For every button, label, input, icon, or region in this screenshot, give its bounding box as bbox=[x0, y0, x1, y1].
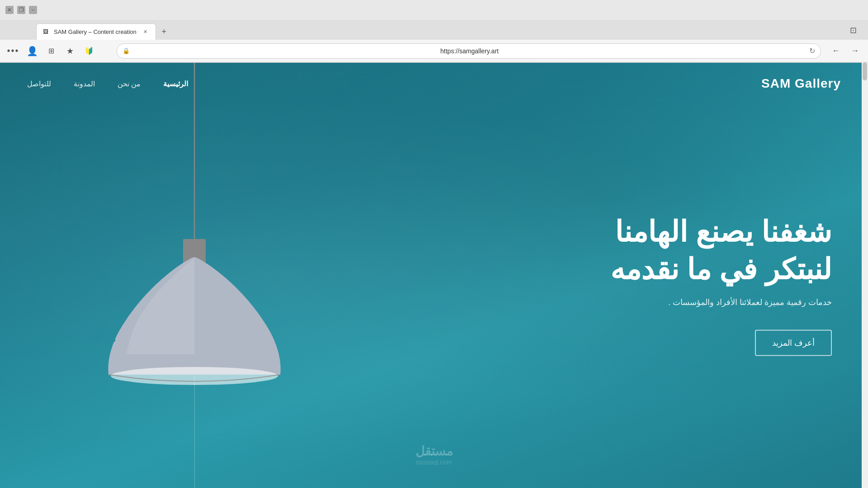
watermark: مستقل mostaql.com bbox=[415, 444, 453, 466]
scrollbar-track[interactable] bbox=[862, 62, 868, 488]
address-bar-container[interactable]: 🔒 ↻ bbox=[117, 43, 821, 59]
nav-item-blog[interactable]: المدونة bbox=[74, 80, 95, 88]
extensions-icon: 🔰 bbox=[85, 47, 94, 55]
window-controls: ✕ ❐ − bbox=[5, 6, 37, 14]
hero-title-line2: لنبتكر في ما نقدمه bbox=[610, 253, 832, 286]
nav-links: الرئيسية من نحن المدونة للتواصل bbox=[27, 80, 188, 88]
hero-title-line1: شغفنا يصنع الهامنا bbox=[615, 216, 832, 248]
tabs-bar: 🖼 SAM Gallery – Content creation ✕ + ⊡ bbox=[0, 20, 868, 40]
watermark-arabic-text: مستقل bbox=[415, 444, 453, 458]
tab-close-button[interactable]: ✕ bbox=[142, 28, 149, 36]
hero-title: شغفنا يصنع الهامنا لنبتكر في ما نقدمه bbox=[610, 213, 832, 288]
nav-link-home[interactable]: الرئيسية bbox=[163, 80, 188, 88]
forward-button[interactable]: → bbox=[847, 43, 863, 59]
nav-item-about[interactable]: من نحن bbox=[118, 80, 141, 88]
toolbar: ••• 👤 ⊞ ★ 🔰 🔒 ↻ ← → bbox=[0, 40, 868, 62]
tab-title: SAM Gallery – Content creation bbox=[54, 28, 137, 35]
favorites-button[interactable]: ★ bbox=[62, 43, 78, 59]
watermark-url: mostaql.com bbox=[415, 459, 453, 466]
nav-link-contact[interactable]: للتواصل bbox=[27, 80, 51, 88]
profile-icon: 👤 bbox=[27, 46, 38, 56]
nav-link-about[interactable]: من نحن bbox=[118, 80, 141, 88]
title-bar: ✕ ❐ − bbox=[0, 0, 868, 20]
forward-icon: → bbox=[851, 46, 859, 56]
lamp-svg bbox=[81, 63, 307, 433]
sidebar-button[interactable]: ⊡ bbox=[845, 23, 861, 38]
menu-dots-icon: ••• bbox=[7, 46, 19, 56]
active-tab[interactable]: 🖼 SAM Gallery – Content creation ✕ bbox=[36, 23, 156, 40]
extensions-button[interactable]: 🔰 bbox=[81, 43, 97, 59]
collections-icon: ⊞ bbox=[48, 47, 54, 55]
back-icon: ← bbox=[832, 46, 840, 56]
nav-item-contact[interactable]: للتواصل bbox=[27, 80, 51, 88]
nav-item-home[interactable]: الرئيسية bbox=[163, 80, 188, 88]
new-tab-button[interactable]: + bbox=[158, 25, 170, 38]
hero-content: شغفنا يصنع الهامنا لنبتكر في ما نقدمه خد… bbox=[610, 213, 832, 356]
nav-link-blog[interactable]: المدونة bbox=[74, 80, 95, 88]
cta-button[interactable]: أعرف المزيد bbox=[755, 330, 832, 356]
lamp-illustration bbox=[81, 63, 307, 433]
favorites-icon: ★ bbox=[66, 46, 74, 56]
navigation: SAM Gallery الرئيسية من نحن المدونة للتو… bbox=[0, 63, 868, 104]
minimize-window-button[interactable]: − bbox=[29, 6, 37, 14]
site-logo[interactable]: SAM Gallery bbox=[761, 76, 841, 91]
tab-favicon: 🖼 bbox=[43, 28, 50, 36]
close-window-button[interactable]: ✕ bbox=[5, 6, 14, 14]
website-content: SAM Gallery الرئيسية من نحن المدونة للتو… bbox=[0, 63, 868, 488]
back-button[interactable]: ← bbox=[828, 43, 844, 59]
hero-subtitle: خدمات رقمية مميزة لعملائنا الأفراد والمؤ… bbox=[610, 297, 832, 307]
profile-button[interactable]: 👤 bbox=[24, 43, 40, 59]
browser-chrome: ✕ ❐ − 🖼 SAM Gallery – Content creation ✕… bbox=[0, 0, 868, 63]
menu-button[interactable]: ••• bbox=[5, 43, 21, 59]
watermark-logo: مستقل bbox=[415, 444, 453, 459]
svg-point-2 bbox=[111, 367, 278, 385]
restore-window-button[interactable]: ❐ bbox=[17, 6, 25, 14]
lock-icon: 🔒 bbox=[123, 47, 130, 54]
refresh-icon[interactable]: ↻ bbox=[809, 47, 815, 55]
address-bar[interactable] bbox=[133, 47, 806, 55]
collections-button[interactable]: ⊞ bbox=[43, 43, 59, 59]
